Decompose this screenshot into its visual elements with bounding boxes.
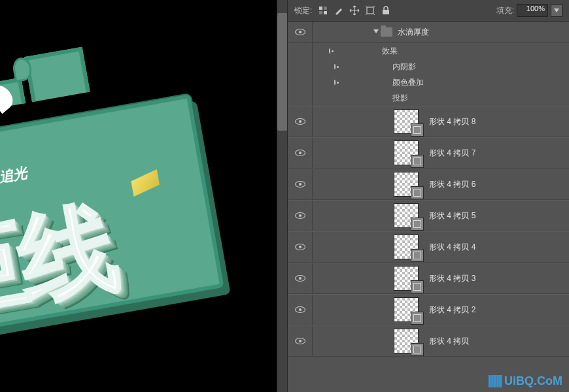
folder-icon [381, 27, 392, 37]
eye-icon [295, 306, 305, 313]
disclosure-triangle[interactable] [373, 27, 379, 37]
svg-rect-2 [319, 11, 322, 14]
lock-paint-icon[interactable] [333, 5, 345, 16]
eye-icon [295, 150, 305, 156]
lock-transparency-icon[interactable] [317, 5, 329, 16]
vector-mask-icon [411, 249, 424, 262]
eye-icon [334, 64, 336, 69]
layer-row[interactable]: 形状 4 拷贝 5 [288, 200, 569, 231]
layer-group-row[interactable]: 水滴厚度 [288, 22, 569, 43]
lock-artboard-icon[interactable] [364, 5, 376, 16]
fx-item-row[interactable]: 投影 [288, 90, 569, 106]
layer-row[interactable]: 形状 4 拷贝 2 [288, 294, 569, 325]
visibility-toggle[interactable] [288, 138, 313, 168]
effects-label: 效果 [382, 46, 398, 57]
visibility-toggle[interactable] [288, 326, 313, 356]
lock-icons [317, 5, 392, 16]
layer-name[interactable]: 形状 4 拷贝 4 [429, 242, 475, 253]
eye-icon [334, 80, 336, 85]
eye-icon [295, 181, 305, 188]
layer-row[interactable]: 形状 4 拷贝 [288, 325, 569, 357]
layer-thumbnail[interactable] [394, 140, 419, 165]
layers-list: 水滴厚度 效果 内阴影 颜色叠加 投影 形状 4 拷贝 8 [288, 22, 569, 392]
visibility-toggle[interactable] [288, 201, 313, 231]
visibility-toggle[interactable] [288, 43, 313, 59]
eye-icon [295, 29, 305, 35]
layer-row[interactable]: 形状 4 拷贝 6 [288, 169, 569, 200]
svg-rect-4 [367, 7, 373, 14]
layer-thumbnail[interactable] [394, 297, 419, 322]
artwork: .10 焕美云一起追光 巨线 [0, 61, 267, 369]
layer-row[interactable]: 形状 4 拷贝 3 [288, 263, 569, 294]
layer-name[interactable]: 形状 4 拷贝 7 [429, 148, 475, 159]
eye-icon [295, 244, 305, 250]
visibility-toggle[interactable] [288, 295, 313, 325]
canvas-scrollbar-vertical[interactable] [277, 0, 288, 392]
fill-dropdown[interactable] [551, 4, 562, 17]
layers-panel: 锁定: 填充: 100% [288, 0, 569, 392]
eye-icon [329, 48, 330, 54]
eye-icon [295, 118, 305, 125]
fx-item-row[interactable]: 内阴影 [288, 59, 569, 74]
layer-thumbnail[interactable] [394, 172, 419, 197]
layer-name[interactable]: 形状 4 拷贝 8 [429, 116, 475, 127]
lock-label: 锁定: [294, 5, 312, 16]
svg-rect-5 [383, 10, 389, 14]
layer-thumbnail[interactable] [394, 329, 419, 353]
fill-label: 填充: [496, 5, 514, 16]
group-name[interactable]: 水滴厚度 [398, 27, 429, 38]
vector-mask-icon [411, 186, 424, 199]
vector-mask-icon [411, 123, 424, 137]
layer-thumbnail[interactable] [394, 266, 419, 291]
badge-notch2 [24, 47, 90, 103]
lock-all-icon[interactable] [380, 5, 392, 16]
layer-name[interactable]: 形状 4 拷贝 5 [429, 210, 475, 221]
vector-mask-icon [411, 155, 424, 168]
layer-name[interactable]: 形状 4 拷贝 [429, 336, 469, 347]
fx-name: 内阴影 [392, 61, 416, 73]
vector-mask-icon [411, 312, 424, 325]
svg-rect-3 [324, 11, 327, 14]
layer-name[interactable]: 形状 4 拷贝 2 [429, 304, 475, 316]
watermark: |||||||| UiBQ.CoM [487, 373, 562, 388]
visibility-toggle[interactable] [288, 169, 313, 199]
eye-icon [295, 338, 305, 344]
layer-name[interactable]: 形状 4 拷贝 3 [429, 273, 475, 284]
vector-mask-icon [411, 280, 424, 293]
eye-icon [295, 275, 305, 282]
visibility-toggle[interactable] [288, 74, 313, 90]
layer-thumbnail[interactable] [394, 203, 419, 228]
layer-row[interactable]: 形状 4 拷贝 8 [288, 106, 569, 137]
vector-mask-icon [411, 218, 424, 231]
svg-rect-1 [324, 7, 327, 10]
fx-name: 投影 [392, 93, 408, 104]
layer-thumbnail[interactable] [394, 235, 419, 259]
layer-name[interactable]: 形状 4 拷贝 6 [429, 179, 475, 190]
visibility-toggle[interactable] [288, 90, 313, 106]
layer-thumbnail[interactable] [394, 109, 419, 134]
document-canvas[interactable]: .10 焕美云一起追光 巨线 [0, 0, 277, 392]
visibility-toggle[interactable] [288, 263, 313, 293]
layer-row[interactable]: 形状 4 拷贝 4 [288, 231, 569, 263]
svg-rect-0 [319, 7, 322, 10]
visibility-toggle[interactable] [288, 22, 313, 42]
visibility-toggle[interactable] [288, 59, 313, 74]
visibility-toggle[interactable] [288, 232, 313, 262]
effects-row[interactable]: 效果 [288, 43, 569, 59]
fx-item-row[interactable]: 颜色叠加 [288, 74, 569, 90]
lock-bar: 锁定: 填充: 100% [288, 0, 569, 22]
fx-name: 颜色叠加 [392, 77, 424, 88]
scrollbar-thumb[interactable] [277, 13, 287, 131]
fill-input[interactable]: 100% [517, 4, 548, 17]
eye-icon [295, 212, 305, 219]
vector-mask-icon [411, 343, 424, 356]
lock-position-icon[interactable] [349, 5, 360, 16]
layer-row[interactable]: 形状 4 拷贝 7 [288, 137, 569, 169]
visibility-toggle[interactable] [288, 106, 313, 137]
